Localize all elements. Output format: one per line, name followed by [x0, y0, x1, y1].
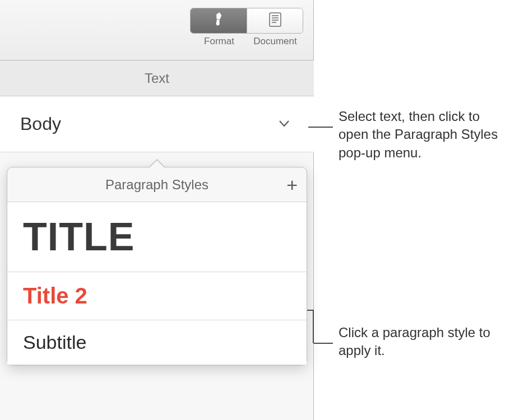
toolbar-segmented-control [190, 8, 303, 34]
format-button[interactable] [191, 8, 247, 33]
add-style-button[interactable]: + [286, 175, 298, 194]
toolbar-labels: Format Document [191, 36, 303, 47]
paintbrush-icon [211, 12, 226, 29]
text-tab-header[interactable]: Text [0, 60, 314, 96]
document-button[interactable] [247, 8, 303, 33]
callout-leader-line [314, 343, 333, 344]
format-label: Format [191, 36, 247, 47]
paragraph-style-list: TITLE Title 2 Subtitle [7, 202, 307, 365]
inspector-panel: Format Document Text Body Paragraph Styl… [0, 0, 314, 420]
callout-text: Select text, then click to open the Para… [339, 108, 507, 162]
style-item-title[interactable]: TITLE [7, 202, 307, 272]
svg-rect-0 [270, 13, 281, 26]
callout-text: Click a paragraph style to apply it. [339, 324, 507, 360]
style-label: TITLE [23, 213, 291, 260]
style-item-title2[interactable]: Title 2 [7, 272, 307, 320]
style-label: Subtitle [23, 332, 291, 353]
document-icon [269, 12, 281, 29]
current-style-label: Body [20, 114, 279, 134]
chevron-down-icon [279, 119, 289, 129]
callout-leader-line [308, 127, 333, 128]
paragraph-styles-popover: Paragraph Styles + TITLE Title 2 Subtitl… [7, 167, 307, 366]
style-label: Title 2 [23, 283, 291, 309]
paragraph-style-selector[interactable]: Body [0, 96, 314, 152]
style-item-subtitle[interactable]: Subtitle [7, 320, 307, 365]
text-tab-label: Text [145, 71, 169, 86]
popover-title: Paragraph Styles [105, 177, 208, 193]
toolbar: Format Document [0, 0, 313, 60]
document-label: Document [247, 36, 303, 47]
callout-leader-line [313, 310, 314, 343]
popover-header: Paragraph Styles + [7, 167, 307, 202]
